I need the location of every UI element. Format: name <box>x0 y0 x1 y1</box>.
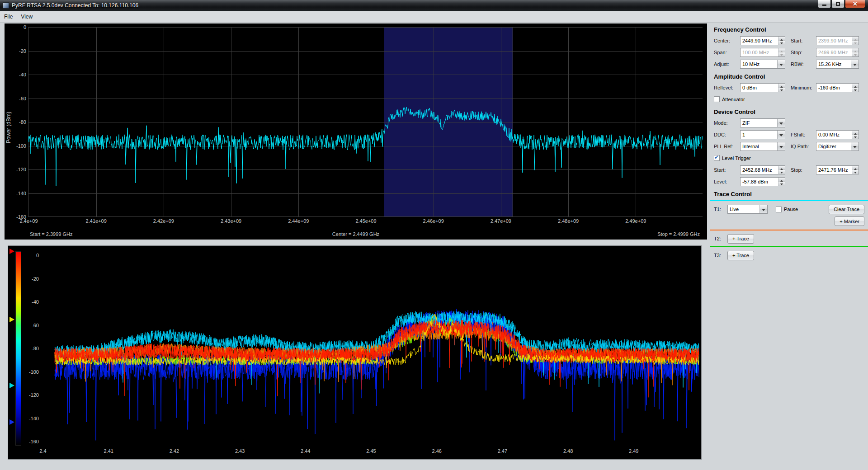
persistence-plot-canvas[interactable] <box>43 251 699 447</box>
spin-up-icon[interactable] <box>852 84 859 88</box>
spin-down-icon[interactable] <box>852 135 859 139</box>
yellow-level-marker-icon[interactable] <box>9 317 14 322</box>
chevron-down-icon[interactable] <box>851 60 859 68</box>
top-plot-x-tick: 2.49e+09 <box>620 218 651 224</box>
app-icon <box>3 2 9 9</box>
bottom-plot-x-tick: 2.46 <box>427 448 447 454</box>
iq-path-dropdown[interactable]: Digitizer <box>816 142 859 151</box>
trigger-start-label: Start: <box>714 167 740 173</box>
reflevel-spinbox[interactable]: 0 dBm <box>740 83 785 92</box>
bottom-plot-x-tick: 2.4 <box>33 448 53 454</box>
trigger-stop-spinbox[interactable]: 2471.76 MHz <box>816 165 859 174</box>
trace2-color-line <box>710 230 868 230</box>
maximize-button[interactable] <box>831 0 844 8</box>
chevron-down-icon[interactable] <box>760 205 767 213</box>
spin-down-icon[interactable] <box>852 170 859 174</box>
mode-value: ZIF <box>741 119 777 127</box>
spin-down-icon[interactable] <box>778 41 785 45</box>
attenuator-checkbox[interactable] <box>714 96 720 102</box>
mode-dropdown[interactable]: ZIF <box>740 118 785 127</box>
ddc-dropdown[interactable]: 1 <box>740 130 785 139</box>
spin-up-icon[interactable] <box>778 37 785 41</box>
spin-up-icon[interactable] <box>852 131 859 135</box>
trigger-start-value[interactable]: 2452.68 MHz <box>741 166 778 174</box>
trigger-level-value[interactable]: -57.88 dBm <box>741 178 778 186</box>
stop-label: Stop: <box>791 50 816 55</box>
add-trace3-button[interactable]: + Trace <box>727 251 754 260</box>
center-frequency-spinbox[interactable]: 2449.90 MHz <box>740 36 785 45</box>
adjust-dropdown[interactable]: 10 MHz <box>740 60 785 69</box>
cyan-level-marker-icon[interactable] <box>9 383 14 388</box>
menu-view[interactable]: View <box>17 12 37 22</box>
reflevel-value[interactable]: 0 dBm <box>741 84 778 92</box>
level-trigger-label: Level Trigger <box>722 155 751 161</box>
spin-up-icon[interactable] <box>852 48 859 53</box>
spectrum-plot-widget: Power (dBm) Start = 2.3999 GHz Center = … <box>5 24 707 240</box>
spin-up-icon[interactable] <box>852 37 859 41</box>
spin-up-icon[interactable] <box>778 84 785 88</box>
bottom-plot-x-tick: 2.42 <box>164 448 184 454</box>
spin-up-icon[interactable] <box>778 48 785 53</box>
spin-down-icon[interactable] <box>778 170 785 174</box>
start-frequency-spinbox[interactable]: 2399.90 MHz <box>816 36 859 45</box>
spin-down-icon[interactable] <box>852 41 859 45</box>
chevron-down-icon[interactable] <box>851 142 859 150</box>
close-button[interactable]: ✕ <box>845 0 865 8</box>
trace1-mode-dropdown[interactable]: Live <box>727 205 768 214</box>
pause-checkbox[interactable] <box>776 207 782 212</box>
maximize-icon <box>836 2 840 6</box>
trigger-level-spinbox[interactable]: -57.88 dBm <box>740 177 785 186</box>
top-plot-x-tick: 2.46e+09 <box>418 218 449 224</box>
minimum-value[interactable]: -160 dBm <box>816 84 852 92</box>
trigger-stop-label: Stop: <box>791 167 816 173</box>
spin-up-icon[interactable] <box>778 166 785 170</box>
red-level-marker-icon[interactable] <box>9 249 14 254</box>
chevron-down-icon[interactable] <box>777 131 785 139</box>
top-plot-x-tick: 2.45e+09 <box>350 218 382 224</box>
top-plot-y-tick: -80 <box>6 119 26 125</box>
blue-level-marker-icon[interactable] <box>9 419 14 425</box>
bottom-plot-x-tick: 2.49 <box>624 448 644 454</box>
spin-up-icon[interactable] <box>852 166 859 170</box>
control-sidebar: Frequency Control Center: 2449.90 MHz St… <box>710 23 868 470</box>
start-label: Start: <box>791 38 816 43</box>
spectrum-plot-canvas[interactable] <box>28 27 703 217</box>
add-trace2-button[interactable]: + Trace <box>727 234 754 244</box>
trace1-label: T1: <box>714 207 727 212</box>
chevron-down-icon[interactable] <box>777 142 785 150</box>
minimize-button[interactable] <box>818 0 831 8</box>
add-marker-button[interactable]: + Marker <box>835 216 864 226</box>
rbw-dropdown[interactable]: 15.26 KHz <box>816 60 859 69</box>
spin-down-icon[interactable] <box>778 88 785 92</box>
spin-up-icon[interactable] <box>778 178 785 182</box>
spin-down-icon[interactable] <box>852 52 859 56</box>
pll-ref-dropdown[interactable]: Internal <box>740 142 785 151</box>
fshift-value[interactable]: 0.00 MHz <box>816 131 852 139</box>
device-control-title: Device Control <box>714 108 864 115</box>
stop-frequency-spinbox[interactable]: 2499.90 MHz <box>816 48 859 57</box>
menu-file[interactable]: File <box>0 12 17 22</box>
bottom-plot-y-tick: -120 <box>24 392 39 398</box>
trigger-level-label: Level: <box>714 179 740 184</box>
rbw-label: RBW: <box>791 61 816 67</box>
level-trigger-checkbox[interactable] <box>714 155 720 161</box>
chevron-down-icon[interactable] <box>777 60 785 68</box>
minimum-spinbox[interactable]: -160 dBm <box>816 83 859 92</box>
chevron-down-icon[interactable] <box>777 119 785 127</box>
spin-down-icon[interactable] <box>852 88 859 92</box>
trace3-label: T3: <box>714 253 727 258</box>
clear-trace-button[interactable]: Clear Trace <box>829 205 864 214</box>
bottom-plot-y-tick: -100 <box>24 369 39 375</box>
top-plot-x-tick: 2.44e+09 <box>283 218 314 224</box>
trigger-stop-value[interactable]: 2471.76 MHz <box>816 166 852 174</box>
center-frequency-value[interactable]: 2449.90 MHz <box>741 37 778 45</box>
bottom-plot-x-tick: 2.47 <box>492 448 512 454</box>
minimum-label: Minimum: <box>791 85 816 90</box>
spin-down-icon[interactable] <box>778 182 785 186</box>
span-spinbox[interactable]: 100.00 MHz <box>740 48 785 57</box>
frequency-control-title: Frequency Control <box>714 26 864 33</box>
fshift-spinbox[interactable]: 0.00 MHz <box>816 130 859 139</box>
bottom-plot-y-tick: -40 <box>24 299 39 305</box>
trigger-start-spinbox[interactable]: 2452.68 MHz <box>740 165 785 174</box>
spin-down-icon[interactable] <box>778 52 785 56</box>
